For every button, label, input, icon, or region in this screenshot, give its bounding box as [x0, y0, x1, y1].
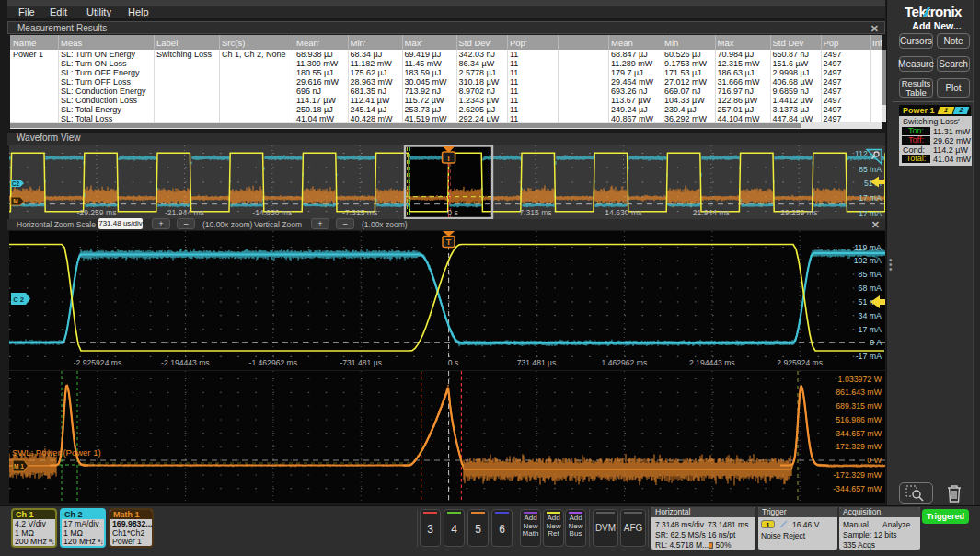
- svg-text:-1.462962 ms: -1.462962 ms: [249, 358, 298, 367]
- svg-text:-172.329 mW: -172.329 mW: [833, 470, 882, 480]
- svg-text:689.315 mW: 689.315 mW: [836, 401, 882, 411]
- svg-text:2.925924 ms: 2.925924 ms: [777, 358, 823, 367]
- svg-text:7.315 ms: 7.315 ms: [519, 208, 551, 217]
- svg-text:-7.315 ms: -7.315 ms: [342, 208, 377, 217]
- svg-text:731.481 µs: 731.481 µs: [517, 358, 557, 367]
- svg-text:34 mA: 34 mA: [859, 311, 882, 320]
- svg-text:1.462962 ms: 1.462962 ms: [602, 358, 648, 367]
- svg-text:102 mA: 102 mA: [854, 256, 882, 265]
- svg-text:14.630 ms: 14.630 ms: [605, 208, 641, 217]
- svg-text:0 W: 0 W: [867, 456, 882, 465]
- svg-text:-344.657 mW: -344.657 mW: [833, 484, 882, 493]
- svg-text:1.033972 W: 1.033972 W: [838, 375, 882, 384]
- svg-text:M: M: [13, 198, 17, 204]
- svg-text:-2.925924 ms: -2.925924 ms: [74, 358, 122, 367]
- svg-text:SWL: Power (Power 1): SWL: Power (Power 1): [12, 447, 101, 458]
- svg-text:-29.259 ms: -29.259 ms: [77, 208, 117, 217]
- svg-text:-731.481 µs: -731.481 µs: [340, 358, 382, 367]
- svg-text:2.194443 ms: 2.194443 ms: [689, 358, 735, 367]
- svg-text:85 mA: 85 mA: [859, 165, 882, 174]
- svg-text:0 s: 0 s: [447, 208, 457, 217]
- svg-text:T: T: [446, 154, 452, 163]
- svg-text:344.657 mW: 344.657 mW: [836, 429, 882, 438]
- svg-text:21.944 ms: 21.944 ms: [693, 208, 730, 217]
- svg-text:861.643 mW: 861.643 mW: [836, 388, 882, 397]
- svg-text:0 A: 0 A: [870, 338, 882, 347]
- svg-text:119 mA: 119 mA: [854, 243, 882, 252]
- svg-text:85 mA: 85 mA: [859, 270, 882, 279]
- svg-text:T: T: [446, 237, 452, 247]
- svg-text:516.986 mW: 516.986 mW: [836, 415, 882, 424]
- svg-text:29.259 ms: 29.259 ms: [780, 208, 817, 217]
- svg-text:C 2: C 2: [13, 295, 24, 304]
- svg-text:-2.194443 ms: -2.194443 ms: [161, 358, 210, 367]
- svg-text:-17 mA: -17 mA: [856, 352, 882, 361]
- svg-text:0 s: 0 s: [448, 358, 458, 367]
- svg-text:68 mA: 68 mA: [859, 284, 882, 293]
- svg-text:-17 mA: -17 mA: [856, 209, 882, 218]
- svg-text:M 1: M 1: [14, 463, 24, 469]
- svg-text:17 mA: 17 mA: [859, 325, 882, 334]
- svg-text:-21.944 ms: -21.944 ms: [165, 208, 204, 217]
- svg-text:17 mA: 17 mA: [859, 193, 882, 203]
- svg-text:-14.630 ms: -14.630 ms: [252, 208, 292, 217]
- svg-text:C2: C2: [12, 180, 20, 187]
- svg-text:172.329 mW: 172.329 mW: [836, 442, 882, 451]
